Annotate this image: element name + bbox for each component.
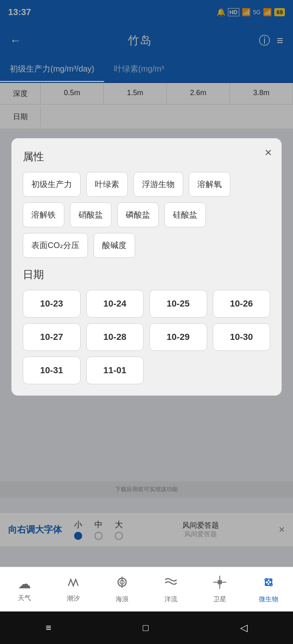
attr-btn-5[interactable]: 硝酸盐 bbox=[70, 202, 112, 227]
system-nav-bar: ≡ □ ◁ bbox=[0, 611, 293, 644]
sys-menu-button[interactable]: ≡ bbox=[46, 622, 51, 633]
microbe-label: 微生物 bbox=[259, 595, 278, 604]
satellite-label: 卫星 bbox=[213, 595, 226, 604]
nav-item-tide[interactable]: 潮汐 bbox=[49, 573, 98, 606]
attr-btn-6[interactable]: 磷酸盐 bbox=[117, 202, 159, 227]
svg-line-14 bbox=[269, 581, 270, 582]
date-btn-4[interactable]: 10-27 bbox=[23, 323, 81, 351]
date-btn-7[interactable]: 10-30 bbox=[213, 323, 271, 351]
waves-label: 海浪 bbox=[116, 595, 129, 604]
attr-btn-9[interactable]: 酸碱度 bbox=[94, 233, 135, 258]
date-btn-9[interactable]: 11-01 bbox=[86, 357, 144, 384]
attr-btn-1[interactable]: 叶绿素 bbox=[86, 172, 128, 197]
attr-btn-3[interactable]: 溶解氧 bbox=[189, 172, 230, 197]
date-btn-5[interactable]: 10-28 bbox=[86, 323, 144, 351]
waves-icon bbox=[115, 575, 129, 593]
nav-item-waves[interactable]: 海浪 bbox=[98, 572, 146, 607]
current-label: 洋流 bbox=[164, 595, 177, 604]
microbe-icon bbox=[261, 575, 276, 593]
nav-item-current[interactable]: 洋流 bbox=[146, 572, 195, 607]
current-icon bbox=[164, 575, 178, 593]
weather-icon: ☁ bbox=[18, 576, 31, 592]
date-section-title: 日期 bbox=[23, 268, 270, 282]
attribute-grid: 初级生产力 叶绿素 浮游生物 溶解氧 溶解铁 硝酸盐 磷酸盐 硅酸盐 表面CO₂… bbox=[23, 172, 270, 258]
tide-icon bbox=[67, 576, 80, 592]
date-grid: 10-23 10-24 10-25 10-26 10-27 10-28 10-2… bbox=[23, 290, 270, 384]
sys-back-button[interactable]: ◁ bbox=[240, 622, 247, 633]
svg-point-7 bbox=[219, 581, 221, 583]
attr-btn-4[interactable]: 溶解铁 bbox=[23, 202, 64, 227]
date-btn-3[interactable]: 10-26 bbox=[213, 290, 271, 318]
attr-btn-7[interactable]: 硅酸盐 bbox=[164, 202, 206, 227]
attr-btn-8[interactable]: 表面CO₂分压 bbox=[23, 233, 88, 258]
modal-close-button[interactable]: × bbox=[265, 146, 272, 159]
modal-dialog: × 属性 初级生产力 叶绿素 浮游生物 溶解氧 溶解铁 硝酸盐 磷酸盐 硅酸盐 … bbox=[11, 138, 282, 396]
attribute-section-title: 属性 bbox=[23, 150, 270, 164]
attr-btn-0[interactable]: 初级生产力 bbox=[23, 172, 81, 197]
date-btn-1[interactable]: 10-24 bbox=[86, 290, 144, 318]
sys-home-button[interactable]: □ bbox=[143, 622, 149, 633]
nav-item-microbe[interactable]: 微生物 bbox=[244, 572, 293, 607]
date-btn-0[interactable]: 10-23 bbox=[23, 290, 81, 318]
weather-label: 天气 bbox=[18, 594, 31, 603]
nav-item-weather[interactable]: ☁ 天气 bbox=[0, 573, 49, 606]
date-btn-6[interactable]: 10-29 bbox=[149, 323, 207, 351]
date-btn-2[interactable]: 10-25 bbox=[149, 290, 207, 318]
tide-label: 潮汐 bbox=[67, 594, 80, 603]
svg-line-16 bbox=[269, 582, 270, 584]
bottom-nav: ☁ 天气 潮汐 海浪 洋流 bbox=[0, 567, 293, 611]
nav-item-satellite[interactable]: 卫星 bbox=[195, 572, 244, 607]
satellite-icon bbox=[212, 575, 227, 593]
attr-btn-2[interactable]: 浮游生物 bbox=[133, 172, 183, 197]
date-btn-8[interactable]: 10-31 bbox=[23, 357, 81, 384]
